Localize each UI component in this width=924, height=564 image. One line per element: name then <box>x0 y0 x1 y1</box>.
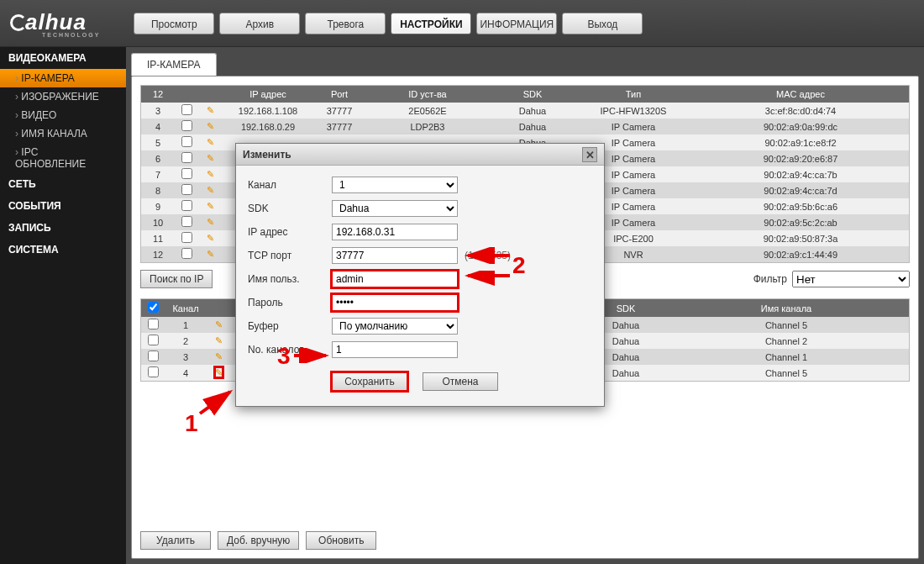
pencil-icon[interactable]: ✎ <box>207 201 214 211</box>
sidebar-section-camera[interactable]: ВИДЕОКАМЕРА <box>0 47 126 69</box>
pencil-icon[interactable]: ✎ <box>215 319 223 329</box>
nch-label: No. каналов <box>248 344 332 356</box>
filter-label: Фильтр <box>753 273 787 285</box>
filter-row: Фильтр Нет <box>753 271 910 287</box>
search-by-ip-button[interactable]: Поиск по IP <box>140 270 213 288</box>
row-checkbox[interactable] <box>181 248 192 259</box>
pencil-icon[interactable]: ✎ <box>207 105 214 115</box>
sidebar-item-channel-name[interactable]: ИМЯ КАНАЛА <box>0 124 126 143</box>
tab-ip-camera[interactable]: IP-КАМЕРА <box>131 53 217 76</box>
nav-exit[interactable]: Выход <box>562 13 643 34</box>
device-row[interactable]: 4✎192.168.0.2937777LDP2B3DahuaIP Camera9… <box>141 119 909 134</box>
col-id: ID уст-ва <box>365 86 491 103</box>
row-checkbox[interactable] <box>181 168 192 179</box>
tcp-label: TCP порт <box>248 250 332 261</box>
sidebar-section-network[interactable]: СЕТЬ <box>0 173 126 195</box>
modal-close-button[interactable]: ✕ <box>582 147 597 162</box>
add-manually-button[interactable]: Доб. вручную <box>218 531 299 550</box>
cg-col-edit <box>207 299 230 317</box>
pencil-icon[interactable]: ✎ <box>207 121 214 131</box>
sidebar-section-record[interactable]: ЗАПИСЬ <box>0 217 126 239</box>
nav-archive[interactable]: Архив <box>219 13 300 34</box>
channel-label: Канал <box>248 179 332 191</box>
row-checkbox[interactable] <box>181 152 192 163</box>
cancel-button[interactable]: Отмена <box>423 372 498 391</box>
password-input[interactable] <box>332 294 458 311</box>
col-edit <box>198 86 222 103</box>
nav-alarm[interactable]: Тревога <box>305 13 386 34</box>
nav-info[interactable]: ИНФОРМАЦИЯ <box>476 13 557 34</box>
modal-title: Изменить <box>243 144 291 166</box>
device-row[interactable]: 3✎192.168.1.108377772E0562EDahuaIPC-HFW1… <box>141 103 909 119</box>
row-checkbox[interactable] <box>181 216 192 227</box>
col-sdk: SDK <box>491 86 575 103</box>
pencil-icon[interactable]: ✎ <box>207 137 214 147</box>
col-ip: IP адрес <box>222 86 314 103</box>
logo: alhuaTECHNOLOGY <box>10 9 100 38</box>
top-nav: Просмотр Архив Тревога НАСТРОЙКИ ИНФОРМА… <box>134 13 643 34</box>
sidebar: ВИДЕОКАМЕРА IP-КАМЕРА ИЗОБРАЖЕНИЕ ВИДЕО … <box>0 47 126 564</box>
sidebar-item-ip-camera[interactable]: IP-КАМЕРА <box>0 69 126 87</box>
pencil-icon[interactable]: ✎ <box>207 249 214 259</box>
row-checkbox[interactable] <box>181 232 192 243</box>
sidebar-section-system[interactable]: СИСТЕМА <box>0 239 126 261</box>
sidebar-item-video[interactable]: ВИДЕО <box>0 106 126 124</box>
tcp-range: (1~65535) <box>465 250 511 261</box>
pencil-icon[interactable]: ✎ <box>207 169 214 179</box>
buffer-select[interactable]: По умолчанию <box>332 318 458 335</box>
user-label: Имя польз. <box>248 273 332 285</box>
pencil-icon[interactable]: ✎ <box>207 217 214 227</box>
cg-check-all[interactable] <box>141 299 165 317</box>
sidebar-item-ipc-update[interactable]: IPC ОБНОВЛЕНИЕ <box>0 143 126 173</box>
pencil-icon[interactable]: ✎ <box>207 233 214 243</box>
sdk-select[interactable]: Dahua <box>332 200 458 217</box>
pencil-icon[interactable]: ✎ <box>215 335 223 345</box>
col-port: Port <box>314 86 365 103</box>
col-type: Тип <box>575 86 692 103</box>
row-checkbox[interactable] <box>148 366 159 377</box>
save-button[interactable]: Сохранить <box>332 372 407 391</box>
cg-col-channel: Канал <box>165 299 207 317</box>
row-checkbox[interactable] <box>181 120 192 131</box>
row-checkbox[interactable] <box>181 104 192 115</box>
col-check <box>175 86 198 103</box>
pass-label: Пароль <box>248 297 332 308</box>
sdk-label: SDK <box>248 203 332 214</box>
delete-button[interactable]: Удалить <box>140 531 211 550</box>
row-checkbox[interactable] <box>148 319 159 329</box>
col-mac: MAC адрес <box>692 86 909 103</box>
filter-select[interactable]: Нет <box>792 271 910 287</box>
nch-input[interactable] <box>332 341 458 358</box>
sidebar-item-image[interactable]: ИЗОБРАЖЕНИЕ <box>0 87 126 106</box>
username-input[interactable] <box>332 271 458 287</box>
row-checkbox[interactable] <box>148 351 159 361</box>
refresh-button[interactable]: Обновить <box>306 531 376 550</box>
edit-modal: Изменить ✕ Канал 1 SDK Dahua IP адрес TC… <box>235 143 605 407</box>
col-count: 12 <box>141 86 175 103</box>
top-bar: alhuaTECHNOLOGY Просмотр Архив Тревога Н… <box>0 0 924 47</box>
nav-preview[interactable]: Просмотр <box>134 13 214 34</box>
tcp-input[interactable] <box>332 247 458 264</box>
row-checkbox[interactable] <box>148 335 159 345</box>
row-checkbox[interactable] <box>181 184 192 195</box>
nav-settings[interactable]: НАСТРОЙКИ <box>391 13 471 34</box>
ip-label: IP адрес <box>248 226 332 238</box>
pencil-icon[interactable]: ✎ <box>207 185 214 195</box>
pencil-icon[interactable]: ✎ <box>207 153 214 163</box>
pencil-icon[interactable]: ✎ <box>215 367 223 377</box>
pencil-icon[interactable]: ✎ <box>215 351 223 361</box>
row-checkbox[interactable] <box>181 200 192 211</box>
cg-col-name: Имя канала <box>664 299 909 317</box>
ip-input[interactable] <box>332 224 458 240</box>
row-checkbox[interactable] <box>181 136 192 147</box>
sidebar-section-events[interactable]: СОБЫТИЯ <box>0 195 126 217</box>
channel-select[interactable]: 1 <box>332 177 458 193</box>
buffer-label: Буфер <box>248 320 332 332</box>
